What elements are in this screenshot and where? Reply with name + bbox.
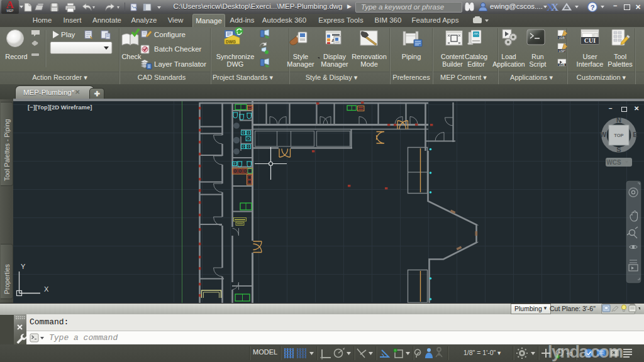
svg-text:N: N — [616, 116, 621, 124]
svg-text:CUI: CUI — [584, 37, 596, 44]
svg-text:UDB: UDB — [559, 63, 565, 67]
svg-text:?: ? — [591, 4, 595, 11]
svg-text:UDB: UDB — [559, 36, 565, 40]
svg-text:X: X — [551, 1, 559, 13]
svg-text:E: E — [633, 131, 637, 138]
svg-text:LISP: LISP — [559, 50, 565, 53]
svg-text:TOP: TOP — [614, 133, 623, 138]
svg-text:W: W — [600, 131, 607, 138]
svg-text:X: X — [44, 285, 49, 293]
svg-text:WCS: WCS — [606, 159, 621, 166]
svg-text:Y: Y — [21, 263, 26, 270]
svg-text:DWG: DWG — [226, 40, 236, 44]
svg-text:S: S — [616, 146, 621, 153]
